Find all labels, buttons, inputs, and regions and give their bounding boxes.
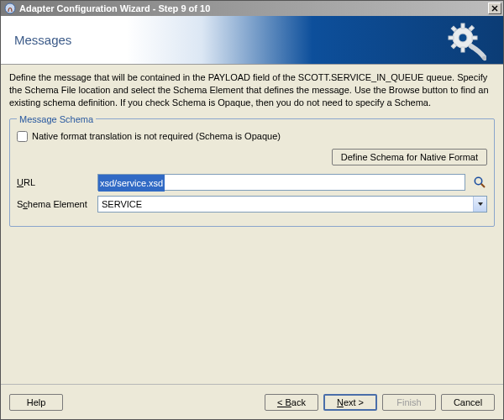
schema-element-row: Schema Element SERVICE <box>17 196 487 213</box>
content-area: Define the message that will be containe… <box>1 65 503 384</box>
opaque-row: Native format translation is not require… <box>17 131 487 142</box>
app-icon <box>4 3 16 14</box>
dropdown-button[interactable] <box>473 197 486 212</box>
svg-rect-4 <box>449 36 454 39</box>
svg-rect-5 <box>472 36 477 39</box>
schema-element-value: SERVICE <box>98 199 473 209</box>
opaque-checkbox-label[interactable]: Native format translation is not require… <box>32 131 281 141</box>
schema-element-select[interactable]: SERVICE <box>97 196 487 213</box>
schema-element-label: Schema Element <box>17 199 91 209</box>
svg-rect-2 <box>461 24 465 29</box>
help-button[interactable]: Help <box>9 394 63 411</box>
back-button[interactable]: < Back <box>265 394 318 411</box>
wizard-banner: Messages <box>1 16 503 65</box>
next-button[interactable]: Next > <box>323 394 377 411</box>
svg-rect-3 <box>461 47 465 52</box>
url-input[interactable]: xsd/service.xsd <box>97 174 465 191</box>
finish-button: Finish <box>382 394 436 411</box>
svg-line-13 <box>481 183 485 186</box>
define-schema-button[interactable]: Define Schema for Native Format <box>332 149 487 165</box>
url-input-text: xsd/service.xsd <box>98 175 165 192</box>
nav-buttons: < Back Next > Finish Cancel <box>265 394 495 411</box>
opaque-checkbox[interactable] <box>17 131 28 142</box>
define-schema-row: Define Schema for Native Format <box>17 149 487 165</box>
close-button[interactable] <box>488 3 501 14</box>
message-schema-group: Message Schema Native format translation… <box>9 114 495 227</box>
window-title: Adapter Configuration Wizard - Step 9 of… <box>19 3 488 13</box>
page-description: Define the message that will be containe… <box>9 71 495 109</box>
svg-point-12 <box>475 177 481 184</box>
title-bar: Adapter Configuration Wizard - Step 9 of… <box>1 1 503 16</box>
gear-decoration <box>446 21 486 61</box>
url-label: URL <box>17 177 91 187</box>
cancel-button[interactable]: Cancel <box>441 394 495 411</box>
message-schema-legend: Message Schema <box>17 114 96 124</box>
chevron-down-icon <box>477 201 484 207</box>
page-heading: Messages <box>14 33 71 47</box>
url-row: URL xsd/service.xsd <box>17 174 487 191</box>
svg-point-10 <box>459 34 467 42</box>
magnifier-icon <box>473 176 486 189</box>
browse-button[interactable] <box>472 175 487 190</box>
wizard-footer: Help < Back Next > Finish Cancel <box>1 384 503 419</box>
close-icon <box>491 5 498 12</box>
